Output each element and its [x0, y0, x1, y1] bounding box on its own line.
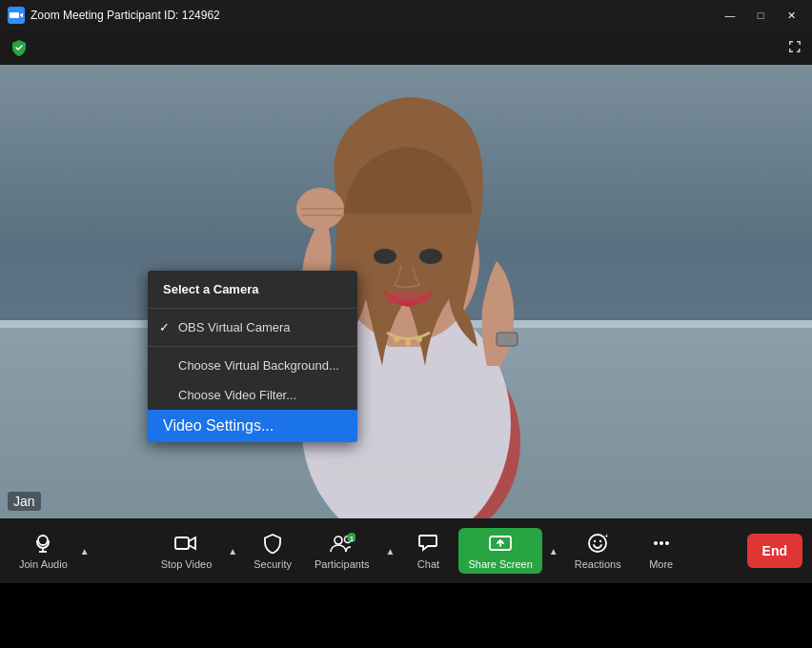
video-feed — [0, 65, 812, 518]
video-settings-label: Video Settings... — [163, 417, 274, 435]
svg-point-32 — [660, 541, 663, 545]
chat-label: Chat — [417, 558, 439, 570]
svg-rect-21 — [175, 537, 189, 549]
svg-rect-15 — [330, 461, 501, 471]
svg-point-6 — [419, 249, 442, 264]
obs-camera-label: OBS Virtual Camera — [178, 320, 291, 334]
video-area: Jan Select a Camera OBS Virtual Camera C… — [0, 65, 812, 518]
svg-point-28 — [594, 540, 596, 542]
share-screen-label: Share Screen — [468, 558, 532, 570]
security-label: Security — [254, 558, 292, 570]
svg-point-11 — [394, 336, 399, 342]
maximize-button[interactable]: □ — [747, 5, 774, 26]
svg-point-31 — [654, 541, 658, 545]
titlebar-left: Zoom Meeting Participant ID: 124962 — [8, 7, 220, 24]
share-screen-chevron[interactable]: ▲ — [546, 532, 561, 570]
security-icon — [262, 532, 283, 555]
svg-point-22 — [335, 537, 342, 544]
svg-point-18 — [38, 536, 48, 545]
titlebar: Zoom Meeting Participant ID: 124962 — □ … — [0, 0, 812, 30]
expand-icon[interactable] — [787, 39, 802, 57]
participants-icon: 1 — [329, 532, 355, 555]
share-screen-icon — [489, 532, 512, 555]
security-button[interactable]: Security — [244, 528, 301, 574]
more-icon — [651, 532, 672, 555]
toolbar-left: Join Audio ▲ — [10, 528, 92, 574]
subheader — [0, 30, 812, 65]
video-settings-option[interactable]: Video Settings... — [148, 410, 357, 442]
participants-chevron[interactable]: ▲ — [382, 532, 397, 570]
close-button[interactable]: ✕ — [778, 5, 804, 26]
minimize-button[interactable]: — — [717, 5, 743, 26]
stop-video-label: Stop Video — [161, 558, 213, 570]
virtual-bg-label: Choose Virtual Background... — [178, 358, 339, 373]
stop-video-button[interactable]: Stop Video — [152, 528, 222, 574]
toolbar: Join Audio ▲ Stop Video ▲ Security — [0, 518, 812, 583]
svg-text:+: + — [604, 533, 608, 540]
chat-icon — [417, 532, 438, 555]
shield-icon — [10, 38, 29, 57]
stop-video-chevron[interactable]: ▲ — [225, 532, 240, 570]
titlebar-title: Zoom Meeting Participant ID: 124962 — [30, 9, 220, 22]
video-filter-option[interactable]: Choose Video Filter... — [148, 380, 357, 410]
join-audio-label: Join Audio — [19, 558, 68, 570]
reactions-icon: + — [587, 532, 608, 555]
zoom-logo — [8, 7, 25, 24]
camera-context-menu: Select a Camera OBS Virtual Camera Choos… — [148, 271, 357, 442]
menu-divider-2 — [148, 346, 357, 347]
svg-point-33 — [665, 541, 669, 545]
toolbar-center: Stop Video ▲ Security 1 — [92, 528, 747, 574]
video-filter-label: Choose Video Filter... — [178, 388, 296, 402]
join-audio-icon — [32, 532, 53, 555]
end-button[interactable]: End — [747, 534, 802, 568]
more-button[interactable]: More — [635, 528, 688, 574]
reactions-label: Reactions — [575, 558, 621, 570]
toolbar-right: End — [747, 534, 802, 568]
svg-rect-7 — [387, 292, 429, 303]
svg-text:1: 1 — [350, 536, 354, 542]
participants-button[interactable]: 1 Participants — [305, 528, 378, 574]
chat-button[interactable]: Chat — [401, 528, 455, 574]
reactions-button[interactable]: + Reactions — [565, 528, 631, 574]
camera-option-obs[interactable]: OBS Virtual Camera — [148, 313, 357, 342]
join-audio-button[interactable]: Join Audio — [10, 528, 77, 574]
join-audio-chevron[interactable]: ▲ — [77, 532, 92, 570]
titlebar-controls: — □ ✕ — [717, 5, 804, 26]
svg-point-12 — [405, 340, 411, 346]
virtual-background-option[interactable]: Choose Virtual Background... — [148, 351, 357, 380]
stop-video-icon — [174, 532, 197, 555]
share-screen-button[interactable]: Share Screen — [458, 528, 541, 574]
svg-point-13 — [416, 336, 422, 342]
svg-rect-14 — [497, 333, 518, 346]
participants-label: Participants — [315, 558, 369, 570]
context-menu-title: Select a Camera — [148, 271, 357, 304]
more-label: More — [649, 558, 673, 570]
svg-point-29 — [599, 540, 601, 542]
menu-divider-1 — [148, 308, 357, 309]
svg-point-5 — [374, 249, 396, 264]
participant-name-label: Jan — [8, 492, 41, 511]
